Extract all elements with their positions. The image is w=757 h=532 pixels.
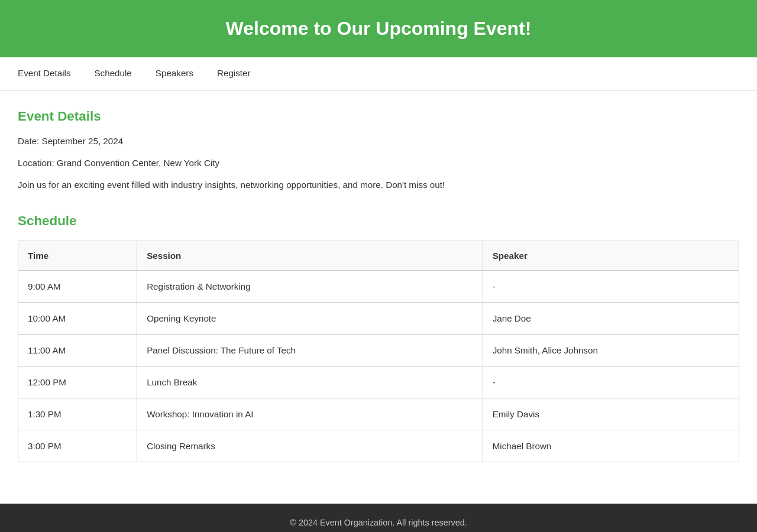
event-location: Location: Grand Convention Center, New Y… [18, 158, 739, 168]
table-header-row: Time Session Speaker [18, 241, 739, 271]
main-nav: Event Details Schedule Speakers Register [0, 57, 757, 91]
page-header: Welcome to Our Upcoming Event! [0, 0, 757, 57]
table-row: 10:00 AMOpening KeynoteJane Doe [18, 303, 739, 335]
cell-speaker: John Smith, Alice Johnson [483, 335, 739, 366]
cell-time: 1:30 PM [18, 398, 137, 430]
table-row: 12:00 PMLunch Break- [18, 366, 739, 398]
footer-text: © 2024 Event Organization. All rights re… [290, 518, 467, 527]
nav-item-schedule[interactable]: Schedule [82, 57, 143, 90]
cell-session: Opening Keynote [137, 303, 483, 335]
cell-speaker: - [483, 366, 739, 398]
main-content: Event Details Date: September 25, 2024 L… [0, 91, 757, 498]
col-session: Session [137, 241, 483, 271]
cell-speaker: - [483, 271, 739, 303]
cell-time: 3:00 PM [18, 430, 137, 462]
event-date: Date: September 25, 2024 [18, 136, 739, 146]
table-row: 1:30 PMWorkshop: Innovation in AIEmily D… [18, 398, 739, 430]
cell-time: 9:00 AM [18, 271, 137, 303]
cell-time: 12:00 PM [18, 366, 137, 398]
nav-item-event-details[interactable]: Event Details [6, 57, 82, 90]
page-title: Welcome to Our Upcoming Event! [12, 18, 745, 40]
nav-item-speakers[interactable]: Speakers [144, 57, 205, 90]
col-speaker: Speaker [483, 241, 739, 271]
cell-session: Panel Discussion: The Future of Tech [137, 335, 483, 366]
schedule-section: Schedule Time Session Speaker 9:00 AMReg… [18, 213, 739, 462]
cell-speaker: Jane Doe [483, 303, 739, 335]
table-row: 3:00 PMClosing RemarksMichael Brown [18, 430, 739, 462]
event-description: Join us for an exciting event filled wit… [18, 180, 739, 190]
nav-item-register[interactable]: Register [205, 57, 263, 90]
cell-session: Lunch Break [137, 366, 483, 398]
table-row: 9:00 AMRegistration & Networking- [18, 271, 739, 303]
cell-time: 10:00 AM [18, 303, 137, 335]
page-footer: © 2024 Event Organization. All rights re… [0, 504, 757, 532]
schedule-table: Time Session Speaker 9:00 AMRegistration… [18, 241, 739, 462]
cell-speaker: Michael Brown [483, 430, 739, 462]
cell-time: 11:00 AM [18, 335, 137, 366]
event-details-section: Event Details Date: September 25, 2024 L… [18, 109, 739, 190]
cell-session: Workshop: Innovation in AI [137, 398, 483, 430]
event-details-heading: Event Details [18, 109, 739, 124]
cell-speaker: Emily Davis [483, 398, 739, 430]
cell-session: Registration & Networking [137, 271, 483, 303]
schedule-heading: Schedule [18, 213, 739, 229]
cell-session: Closing Remarks [137, 430, 483, 462]
table-row: 11:00 AMPanel Discussion: The Future of … [18, 335, 739, 366]
col-time: Time [18, 241, 137, 271]
